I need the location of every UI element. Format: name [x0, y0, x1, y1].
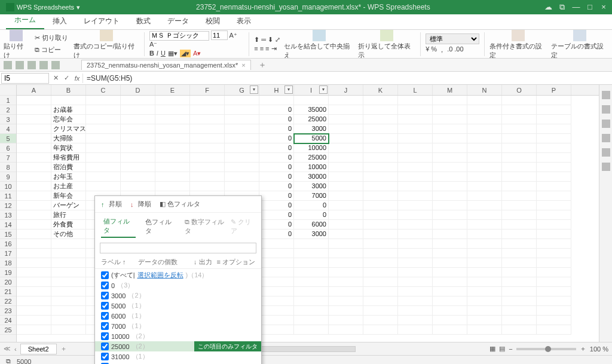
cell[interactable] [225, 105, 259, 115]
cell[interactable]: その他 [51, 230, 86, 239]
tab-formula[interactable]: 数式 [128, 13, 159, 29]
cell[interactable] [363, 277, 398, 287]
cell[interactable] [86, 115, 121, 124]
filter-item-checkbox[interactable] [101, 292, 109, 299]
cell[interactable] [329, 182, 363, 191]
align-middle-icon[interactable]: ═ [261, 36, 266, 44]
cell[interactable] [433, 191, 467, 201]
cell[interactable] [294, 277, 329, 287]
cell[interactable] [537, 201, 571, 210]
cell[interactable] [51, 325, 86, 335]
cell[interactable] [294, 258, 329, 268]
cell[interactable] [51, 268, 86, 277]
cell[interactable] [433, 134, 467, 143]
tab-data[interactable]: データ [159, 13, 197, 29]
cell[interactable] [433, 287, 467, 296]
row-header[interactable]: 9 [0, 172, 16, 182]
cell[interactable]: 0 [259, 210, 294, 220]
cell[interactable] [398, 220, 433, 230]
column-header[interactable]: O [502, 85, 537, 95]
align-bottom-icon[interactable]: ⬇ [268, 36, 273, 44]
sort-asc-button[interactable]: 昇順 [101, 200, 122, 209]
filter-dropdown-icon[interactable]: ▾ [319, 85, 328, 94]
cell[interactable] [433, 258, 467, 268]
cell[interactable]: 0 [259, 105, 294, 115]
cell[interactable] [433, 143, 467, 153]
print-icon[interactable] [16, 61, 24, 69]
underline-button[interactable]: U [161, 50, 166, 57]
cell[interactable] [537, 258, 571, 268]
cell[interactable] [17, 134, 51, 143]
cell[interactable] [467, 287, 502, 296]
cell[interactable] [502, 124, 537, 134]
cell[interactable] [398, 134, 433, 143]
cell[interactable]: 25000 [294, 115, 329, 124]
cell[interactable] [121, 124, 155, 134]
filter-header-count[interactable]: データの個数 [138, 258, 178, 267]
cell[interactable] [398, 143, 433, 153]
cell[interactable] [398, 115, 433, 124]
cell[interactable] [537, 239, 571, 249]
cell[interactable] [537, 210, 571, 220]
cell[interactable] [363, 143, 398, 153]
cell[interactable] [225, 172, 259, 182]
cell[interactable] [121, 134, 155, 143]
filter-all-checkbox[interactable] [101, 271, 109, 279]
cell[interactable] [363, 249, 398, 258]
cell[interactable] [329, 163, 363, 172]
border-button[interactable]: ▦▾ [168, 50, 178, 57]
sheet-nav-first-icon[interactable]: ≪ [4, 345, 11, 353]
side-tool-3-icon[interactable] [602, 120, 610, 128]
cell[interactable] [329, 220, 363, 230]
cell[interactable] [398, 182, 433, 191]
row-header[interactable]: 20 [0, 277, 16, 287]
cell[interactable] [467, 239, 502, 249]
filter-item-all[interactable]: (すべて|選択範囲を反転)（14） [95, 270, 261, 280]
cell[interactable] [17, 210, 51, 220]
cell[interactable] [467, 124, 502, 134]
font-color-button[interactable]: A▾ [193, 50, 201, 57]
row-header[interactable]: 8 [0, 163, 16, 172]
cell[interactable] [51, 249, 86, 258]
cell[interactable] [190, 172, 225, 182]
cell[interactable] [17, 325, 51, 335]
cell[interactable] [398, 239, 433, 249]
cell[interactable] [294, 96, 329, 105]
row-header[interactable]: 3 [0, 115, 16, 124]
copy-button[interactable]: ⧉ コピー [33, 44, 70, 56]
sheet-tab[interactable]: Sheet2 [20, 344, 57, 354]
decrease-decimal-icon[interactable]: .0 [447, 45, 452, 54]
cell[interactable] [363, 191, 398, 201]
column-header[interactable]: J [329, 85, 363, 95]
wps-cloud-icon[interactable]: ☁ [543, 1, 555, 13]
row-header[interactable]: 21 [0, 287, 16, 296]
cell[interactable] [398, 296, 433, 306]
cell[interactable]: 旅行 [51, 210, 86, 220]
filter-item-checkbox[interactable] [101, 282, 109, 289]
cell[interactable] [17, 96, 51, 105]
cell[interactable] [502, 277, 537, 287]
filter-item-checkbox[interactable] [101, 312, 109, 320]
align-left-icon[interactable]: ≡ [254, 45, 258, 53]
cell[interactable] [51, 296, 86, 306]
cell[interactable] [17, 316, 51, 325]
cell[interactable] [329, 287, 363, 296]
cell[interactable] [51, 316, 86, 325]
cell[interactable] [537, 277, 571, 287]
row-header[interactable]: 19 [0, 268, 16, 277]
cell[interactable] [467, 96, 502, 105]
cell[interactable] [259, 277, 294, 287]
cell[interactable]: 35000 [294, 105, 329, 115]
row-header[interactable]: 11 [0, 191, 16, 201]
cell[interactable] [329, 172, 363, 182]
cell[interactable] [398, 249, 433, 258]
invert-selection-link[interactable]: 選択範囲を反転 [137, 271, 183, 280]
cell[interactable] [329, 115, 363, 124]
cell[interactable]: 0 [259, 134, 294, 143]
cell[interactable] [467, 220, 502, 230]
increase-decimal-icon[interactable]: .00 [454, 45, 463, 54]
cell[interactable] [537, 124, 571, 134]
column-header[interactable]: D [121, 85, 155, 95]
cell[interactable] [17, 306, 51, 316]
merge-icon[interactable] [313, 30, 326, 41]
